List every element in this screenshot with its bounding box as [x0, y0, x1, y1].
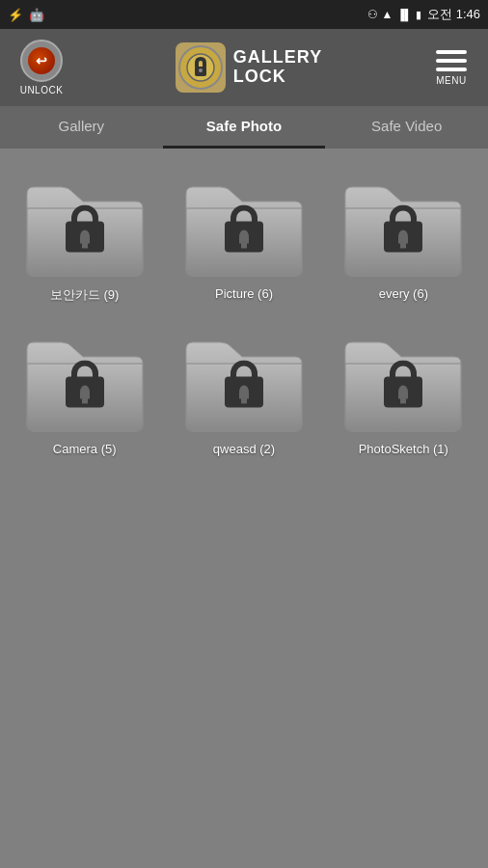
folder-label: PhotoSketch (1) — [359, 442, 448, 456]
folder-icon-wrap — [176, 323, 312, 434]
folder-item[interactable]: every (6) — [329, 168, 478, 304]
lock-icon — [225, 204, 263, 252]
lock-icon — [384, 360, 422, 407]
usb-icon: ⚡ — [8, 8, 23, 22]
folder-item[interactable]: Camera (5) — [10, 323, 159, 456]
battery-icon: ▮ — [416, 9, 421, 21]
unlock-button[interactable]: ↩ UNLOCK — [8, 40, 75, 95]
folder-label: Picture (6) — [215, 286, 273, 301]
tab-bar: Gallery Safe Photo Safe Video — [0, 106, 488, 149]
menu-button[interactable]: MENU — [422, 50, 480, 86]
toolbar: ↩ UNLOCK GALLERY LOCK MENU — [0, 29, 488, 106]
folder-icon-wrap — [17, 168, 152, 279]
menu-label: MENU — [436, 75, 466, 86]
lock-icon — [225, 360, 263, 407]
time-display: 오전 1:46 — [427, 6, 480, 23]
folder-icon-wrap — [336, 168, 471, 279]
folder-item[interactable]: PhotoSketch (1) — [329, 323, 478, 456]
tab-safe-photo[interactable]: Safe Photo — [163, 106, 326, 149]
tab-safe-video[interactable]: Safe Video — [325, 106, 488, 149]
logo-gallery: GALLERY — [233, 48, 322, 68]
wifi-icon: ▲ — [382, 8, 393, 21]
menu-icon — [436, 50, 467, 71]
android-icon: 🤖 — [29, 8, 44, 22]
logo-icon — [176, 42, 226, 93]
folder-label: every (6) — [379, 286, 428, 301]
folder-item[interactable]: qweasd (2) — [169, 323, 318, 456]
signal-icon: ▐▌ — [396, 9, 412, 20]
lock-icon — [384, 204, 422, 252]
folder-label: 보안카드 (9) — [50, 286, 120, 304]
status-left-icons: ⚡ 🤖 — [8, 8, 44, 22]
app-logo: GALLERY LOCK — [176, 42, 322, 93]
svg-point-3 — [199, 68, 203, 72]
status-bar: ⚡ 🤖 ⚇ ▲ ▐▌ ▮ 오전 1:46 — [0, 0, 488, 29]
bluetooth-icon: ⚇ — [367, 8, 378, 21]
logo-svg — [176, 42, 226, 93]
folder-grid: 보안카드 (9) — [0, 149, 488, 868]
folder-item[interactable]: Picture (6) — [169, 168, 318, 304]
lock-icon — [66, 360, 104, 407]
folder-item[interactable]: 보안카드 (9) — [10, 168, 159, 304]
folder-icon-wrap — [336, 323, 471, 434]
tab-gallery[interactable]: Gallery — [0, 106, 163, 149]
unlock-icon: ↩ — [20, 40, 63, 82]
folder-icon-wrap — [176, 168, 312, 279]
folder-icon-wrap — [17, 323, 152, 434]
logo-text: GALLERY LOCK — [233, 48, 322, 87]
logo-lock: LOCK — [233, 68, 322, 87]
folder-label: qweasd (2) — [213, 442, 275, 456]
folder-label: Camera (5) — [53, 442, 117, 456]
unlock-label: UNLOCK — [20, 85, 64, 95]
lock-icon — [66, 204, 104, 252]
status-right-icons: ⚇ ▲ ▐▌ ▮ 오전 1:46 — [367, 6, 480, 23]
